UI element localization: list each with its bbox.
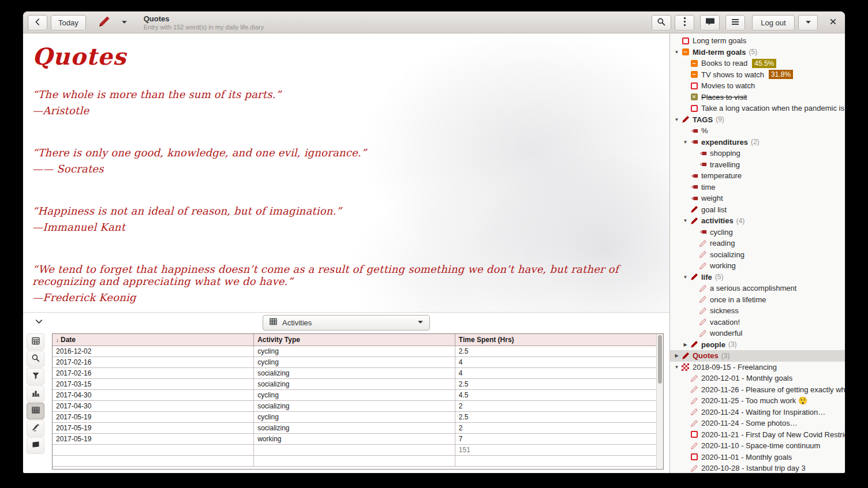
edit-entry-button[interactable]: [94, 15, 114, 31]
tree-item-label: goal list: [701, 205, 727, 214]
table-row[interactable]: 2017-04-30socializing2: [53, 401, 656, 412]
bar-chart-tool-button[interactable]: [27, 385, 44, 402]
table-scrollbar-thumb[interactable]: [658, 335, 662, 384]
tree-item-tv-shows-to-watch[interactable]: ~TV shows to watch31.8%: [670, 69, 845, 81]
table-row[interactable]: 2016-12-02cycling2.5: [53, 346, 656, 357]
flag-banner-tool-button[interactable]: [27, 437, 44, 454]
tree-item-2020-11-10-space-time-continuum[interactable]: 2020-11-10 - Space-time continuum: [670, 440, 845, 452]
close-window-button[interactable]: [826, 15, 840, 31]
expander-right-icon[interactable]: ▶: [672, 353, 681, 358]
tree-item-2020-11-25-too-much-work-[interactable]: 2020-11-25 - Too much work 😲: [670, 395, 845, 407]
tree-item-sickness[interactable]: sickness: [670, 305, 845, 317]
tree-item-label: 2020-11-10 - Space-time continuum: [701, 441, 820, 450]
tree-item-once-in-a-lifetime[interactable]: once in a lifetime: [670, 294, 845, 306]
tree-item-expenditures[interactable]: ▼expenditures(2): [670, 137, 845, 148]
tree-item-places-to-visit[interactable]: ✕Places to visit: [670, 92, 845, 103]
table-row[interactable]: 2017-02-16socializing4: [53, 368, 656, 379]
tree-item-goal-list[interactable]: goal list: [670, 204, 845, 216]
tree-item-tags[interactable]: ▼TAGS(9): [670, 114, 845, 126]
magnifier-tool-button[interactable]: [27, 351, 44, 367]
hamburger-menu-button[interactable]: [725, 15, 745, 31]
tree-item-time[interactable]: time: [670, 182, 845, 193]
expander-down-icon[interactable]: ▼: [672, 365, 681, 370]
tree-item-life[interactable]: ▼life(5): [670, 272, 845, 283]
table-row[interactable]: 2017-02-16cycling4: [53, 357, 656, 368]
tree-item-label: Movies to watch: [701, 81, 755, 90]
tree-item-mid-term-goals[interactable]: ▼~Mid-term goals(5): [670, 47, 845, 58]
expander-down-icon[interactable]: ▼: [681, 140, 690, 145]
quote-text: “The whole is more than the sum of its p…: [32, 88, 659, 100]
tree-item-2020-10-28-istanbul-trip-day-3[interactable]: 2020-10-28 - Istanbul trip day 3: [670, 463, 845, 473]
calendar-grid-tool-button[interactable]: [27, 333, 44, 350]
tree-item-2018-09-15-freelancing[interactable]: ▼2018-09-15 - Freelancing: [670, 362, 845, 373]
expander-right-icon[interactable]: ▶: [681, 342, 690, 347]
tree-item-long-term-goals[interactable]: Long term goals: [670, 35, 845, 47]
filter-funnel-tool-button[interactable]: [27, 368, 44, 385]
back-button[interactable]: [28, 15, 47, 31]
tree-item-cycling[interactable]: cycling: [670, 227, 845, 238]
edit-menu-caret[interactable]: [118, 15, 131, 31]
column-header-time-spent-hrs-[interactable]: Time Spent (Hrs): [455, 334, 656, 346]
pencil-red-icon: [681, 352, 690, 360]
tree-item-reading[interactable]: reading: [670, 238, 845, 249]
logout-caret-button[interactable]: [798, 15, 818, 31]
tree-item-activities[interactable]: ▼activities(4): [670, 215, 845, 227]
paint-brush-tool-button[interactable]: [27, 420, 44, 437]
pencil-outline-icon: [698, 239, 707, 247]
expander-down-icon[interactable]: ▼: [681, 275, 690, 280]
tree-item-shopping[interactable]: shopping: [670, 148, 845, 159]
table-row[interactable]: 2017-04-30cycling4.5: [53, 390, 656, 401]
tree-item-label: 2020-11-01 - Monthly goals: [701, 453, 792, 461]
tree-item-quotes[interactable]: ▶Quotes(3): [670, 350, 845, 362]
pencil-outline-icon: [698, 284, 707, 292]
column-header-activity-type[interactable]: Activity Type: [254, 334, 455, 346]
tree-item-books-to-read[interactable]: ~Books to read45.5%: [670, 58, 845, 69]
checkbox-red-icon: [690, 453, 698, 461]
column-header-date[interactable]: ↓Date: [53, 334, 254, 346]
tree-item-vacation-[interactable]: vacation!: [670, 317, 845, 328]
expander-down-icon[interactable]: ▼: [681, 218, 690, 223]
table-cell: socializing: [254, 368, 455, 379]
tree-item-travelling[interactable]: travelling: [670, 159, 845, 171]
expander-down-icon[interactable]: ▼: [672, 50, 681, 55]
tree-item-2020-11-24-some-photos-[interactable]: 2020-11-24 - Some photos…: [670, 418, 845, 429]
expander-down-icon[interactable]: ▼: [672, 117, 681, 122]
more-options-button[interactable]: [675, 15, 694, 31]
tree-item-wonderful[interactable]: wonderful: [670, 328, 845, 339]
tree-item-2020-11-01-monthly-goals[interactable]: 2020-11-01 - Monthly goals: [670, 452, 845, 463]
chart-selector-dropdown[interactable]: Activities: [263, 315, 430, 331]
tree-item-socializing[interactable]: socializing: [670, 249, 845, 261]
entry-editor[interactable]: Quotes “The whole is more than the sum o…: [23, 33, 669, 312]
pencil-outline-icon: [698, 295, 707, 303]
tree-item-temperature[interactable]: temperature: [670, 170, 845, 182]
logout-button[interactable]: Log out: [752, 15, 795, 31]
table-cell: working: [254, 434, 455, 445]
tree-item-2020-11-26-pleasure-of-getting-exactly-w[interactable]: 2020-11-26 - Pleasure of getting exactly…: [670, 384, 845, 396]
tree-item-movies-to-watch[interactable]: Movies to watch: [670, 80, 845, 92]
tree-item-label: TV shows to watch: [701, 70, 764, 79]
table-row[interactable]: 2017-03-15socializing2.5: [53, 379, 656, 390]
tree-item-2020-11-21-first-day-of-new-covid-restri[interactable]: 2020-11-21 - First Day of New Covid Rest…: [670, 429, 845, 441]
comment-button[interactable]: [700, 15, 720, 31]
pencil-red-icon: [690, 217, 698, 225]
tree-item-people[interactable]: ▶people(3): [670, 339, 845, 351]
table-cell: socializing: [254, 401, 455, 412]
table-grid-icon: [31, 406, 40, 417]
search-button[interactable]: [652, 15, 671, 31]
tree-item-take-a-long-vacation-when-the-pandemic-i[interactable]: Take a long vacation when the pandemic i…: [670, 103, 845, 114]
table-row[interactable]: 2017-05-19working7: [53, 434, 656, 445]
tree-item-a-serious-accomplishment[interactable]: a serious accomplishment: [670, 283, 845, 294]
tree-item--[interactable]: %: [670, 125, 845, 137]
tree-item-2020-12-01-monthly-goals[interactable]: 2020-12-01 - Monthly goals: [670, 373, 845, 384]
table-grid-tool-button[interactable]: [27, 403, 44, 419]
tree-item-2020-11-24-waiting-for-inspiration-[interactable]: 2020-11-24 - Waiting for Inspiration…: [670, 407, 845, 418]
total-value: 151: [455, 445, 656, 456]
table-row[interactable]: 2017-05-19socializing2: [53, 423, 656, 434]
table-row[interactable]: 2017-05-19cycling2.5: [53, 412, 656, 423]
tree-item-weight[interactable]: weight: [670, 193, 845, 204]
tree-item-working[interactable]: working: [670, 260, 845, 272]
table-cell: [254, 445, 455, 456]
collapse-panel-button[interactable]: [31, 315, 47, 331]
today-button[interactable]: Today: [51, 15, 86, 31]
table-scrollbar[interactable]: [656, 334, 663, 469]
